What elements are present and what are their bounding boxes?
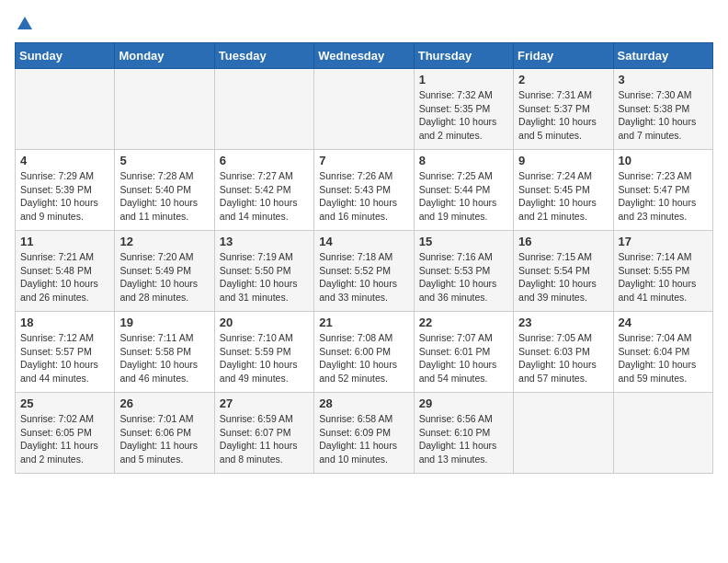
day-info: Sunrise: 7:18 AM Sunset: 5:52 PM Dayligh… (319, 250, 408, 304)
day-number: 2 (518, 73, 608, 86)
day-info: Sunrise: 6:58 AM Sunset: 6:09 PM Dayligh… (319, 412, 408, 466)
day-info: Sunrise: 7:21 AM Sunset: 5:48 PM Dayligh… (20, 250, 109, 304)
header-cell-thursday: Thursday (414, 43, 513, 69)
day-info: Sunrise: 7:12 AM Sunset: 5:57 PM Dayligh… (20, 331, 109, 385)
day-number: 14 (319, 235, 408, 248)
day-info: Sunrise: 7:23 AM Sunset: 5:47 PM Dayligh… (619, 169, 708, 224)
calendar-cell: 20Sunrise: 7:10 AM Sunset: 5:59 PM Dayli… (214, 312, 313, 393)
calendar-cell: 23Sunrise: 7:05 AM Sunset: 6:03 PM Dayli… (514, 312, 613, 393)
calendar-cell: 2Sunrise: 7:31 AM Sunset: 5:37 PM Daylig… (514, 69, 613, 150)
day-number: 10 (619, 154, 708, 167)
header-cell-monday: Monday (115, 43, 214, 69)
calendar-cell: 21Sunrise: 7:08 AM Sunset: 6:00 PM Dayli… (314, 312, 414, 393)
calendar-cell: 10Sunrise: 7:23 AM Sunset: 5:47 PM Dayli… (613, 150, 712, 231)
day-info: Sunrise: 7:07 AM Sunset: 6:01 PM Dayligh… (419, 331, 508, 385)
day-number: 20 (220, 316, 309, 329)
calendar-cell: 13Sunrise: 7:19 AM Sunset: 5:50 PM Dayli… (214, 231, 313, 312)
day-info: Sunrise: 6:56 AM Sunset: 6:10 PM Dayligh… (419, 412, 508, 466)
day-info: Sunrise: 7:31 AM Sunset: 5:37 PM Dayligh… (518, 88, 608, 143)
day-number: 25 (20, 396, 109, 410)
calendar-cell: 16Sunrise: 7:15 AM Sunset: 5:54 PM Dayli… (514, 231, 613, 312)
calendar-cell: 26Sunrise: 7:01 AM Sunset: 6:06 PM Dayli… (115, 393, 214, 474)
day-info: Sunrise: 7:19 AM Sunset: 5:50 PM Dayligh… (220, 250, 309, 304)
day-number: 29 (419, 396, 508, 410)
day-number: 13 (220, 235, 309, 248)
calendar-cell (613, 393, 712, 474)
logo (15, 15, 33, 35)
calendar-cell: 11Sunrise: 7:21 AM Sunset: 5:48 PM Dayli… (16, 231, 115, 312)
day-number: 15 (419, 235, 508, 248)
header-cell-wednesday: Wednesday (314, 43, 414, 69)
week-row-1: 1Sunrise: 7:32 AM Sunset: 5:35 PM Daylig… (16, 69, 713, 150)
day-info: Sunrise: 7:14 AM Sunset: 5:55 PM Dayligh… (619, 250, 708, 304)
calendar-cell (314, 69, 414, 150)
day-info: Sunrise: 7:24 AM Sunset: 5:45 PM Dayligh… (518, 169, 608, 224)
day-number: 18 (20, 316, 109, 329)
day-info: Sunrise: 7:20 AM Sunset: 5:49 PM Dayligh… (119, 250, 209, 304)
day-info: Sunrise: 7:01 AM Sunset: 6:06 PM Dayligh… (119, 412, 209, 466)
day-number: 27 (220, 396, 309, 410)
day-info: Sunrise: 7:08 AM Sunset: 6:00 PM Dayligh… (319, 331, 408, 385)
calendar-cell (16, 69, 115, 150)
week-row-3: 11Sunrise: 7:21 AM Sunset: 5:48 PM Dayli… (16, 231, 713, 312)
day-number: 24 (619, 316, 708, 329)
calendar-body: 1Sunrise: 7:32 AM Sunset: 5:35 PM Daylig… (16, 69, 713, 474)
calendar-cell (115, 69, 214, 150)
calendar-cell: 14Sunrise: 7:18 AM Sunset: 5:52 PM Dayli… (314, 231, 414, 312)
header (15, 15, 713, 35)
day-number: 3 (619, 73, 708, 86)
day-info: Sunrise: 7:27 AM Sunset: 5:42 PM Dayligh… (220, 169, 309, 224)
day-info: Sunrise: 6:59 AM Sunset: 6:07 PM Dayligh… (220, 412, 309, 466)
day-info: Sunrise: 7:05 AM Sunset: 6:03 PM Dayligh… (518, 331, 608, 385)
day-number: 22 (419, 316, 508, 329)
day-number: 6 (220, 154, 309, 167)
day-number: 11 (20, 235, 109, 248)
day-number: 1 (419, 73, 508, 86)
calendar-table: SundayMondayTuesdayWednesdayThursdayFrid… (15, 42, 713, 474)
calendar-cell: 19Sunrise: 7:11 AM Sunset: 5:58 PM Dayli… (115, 312, 214, 393)
calendar-cell: 29Sunrise: 6:56 AM Sunset: 6:10 PM Dayli… (414, 393, 513, 474)
calendar-cell: 15Sunrise: 7:16 AM Sunset: 5:53 PM Dayli… (414, 231, 513, 312)
calendar-cell: 9Sunrise: 7:24 AM Sunset: 5:45 PM Daylig… (514, 150, 613, 231)
day-number: 26 (119, 396, 209, 410)
week-row-4: 18Sunrise: 7:12 AM Sunset: 5:57 PM Dayli… (16, 312, 713, 393)
calendar-cell (214, 69, 313, 150)
svg-marker-0 (17, 17, 32, 29)
calendar-cell: 12Sunrise: 7:20 AM Sunset: 5:49 PM Dayli… (115, 231, 214, 312)
day-info: Sunrise: 7:10 AM Sunset: 5:59 PM Dayligh… (220, 331, 309, 385)
day-number: 23 (518, 316, 608, 329)
day-info: Sunrise: 7:15 AM Sunset: 5:54 PM Dayligh… (518, 250, 608, 304)
day-number: 12 (119, 235, 209, 248)
header-cell-tuesday: Tuesday (214, 43, 313, 69)
header-cell-friday: Friday (514, 43, 613, 69)
day-info: Sunrise: 7:30 AM Sunset: 5:38 PM Dayligh… (619, 88, 708, 143)
calendar-cell: 27Sunrise: 6:59 AM Sunset: 6:07 PM Dayli… (214, 393, 313, 474)
week-row-2: 4Sunrise: 7:29 AM Sunset: 5:39 PM Daylig… (16, 150, 713, 231)
calendar-header-row: SundayMondayTuesdayWednesdayThursdayFrid… (16, 43, 713, 69)
calendar-cell: 6Sunrise: 7:27 AM Sunset: 5:42 PM Daylig… (214, 150, 313, 231)
day-number: 4 (20, 154, 109, 167)
day-number: 8 (419, 154, 508, 167)
calendar-cell: 7Sunrise: 7:26 AM Sunset: 5:43 PM Daylig… (314, 150, 414, 231)
day-number: 7 (319, 154, 408, 167)
calendar-cell: 22Sunrise: 7:07 AM Sunset: 6:01 PM Dayli… (414, 312, 513, 393)
logo-icon (17, 15, 33, 31)
day-number: 16 (518, 235, 608, 248)
day-info: Sunrise: 7:16 AM Sunset: 5:53 PM Dayligh… (419, 250, 508, 304)
calendar-cell (514, 393, 613, 474)
calendar-cell: 5Sunrise: 7:28 AM Sunset: 5:40 PM Daylig… (115, 150, 214, 231)
day-number: 17 (619, 235, 708, 248)
day-info: Sunrise: 7:04 AM Sunset: 6:04 PM Dayligh… (619, 331, 708, 385)
header-cell-sunday: Sunday (16, 43, 115, 69)
calendar-cell: 17Sunrise: 7:14 AM Sunset: 5:55 PM Dayli… (613, 231, 712, 312)
day-info: Sunrise: 7:25 AM Sunset: 5:44 PM Dayligh… (419, 169, 508, 224)
day-number: 5 (119, 154, 209, 167)
day-number: 9 (518, 154, 608, 167)
calendar-cell: 28Sunrise: 6:58 AM Sunset: 6:09 PM Dayli… (314, 393, 414, 474)
day-number: 28 (319, 396, 408, 410)
day-number: 21 (319, 316, 408, 329)
day-info: Sunrise: 7:28 AM Sunset: 5:40 PM Dayligh… (119, 169, 209, 224)
calendar-cell: 25Sunrise: 7:02 AM Sunset: 6:05 PM Dayli… (16, 393, 115, 474)
calendar-cell: 4Sunrise: 7:29 AM Sunset: 5:39 PM Daylig… (16, 150, 115, 231)
day-info: Sunrise: 7:02 AM Sunset: 6:05 PM Dayligh… (20, 412, 109, 466)
